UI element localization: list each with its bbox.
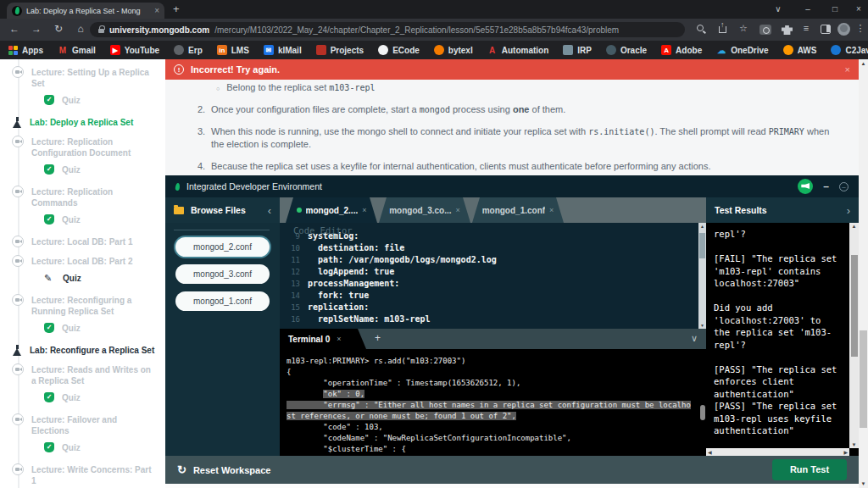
editor-scrollbar[interactable]: ▲ ▼	[698, 223, 706, 329]
tests-horizontal-scrollbar[interactable]: ◀ ▶	[706, 448, 849, 456]
scroll-up-icon[interactable]: ▲	[849, 224, 859, 229]
sidebar-item-lecture[interactable]: Lecture: Local DB: Part 2	[0, 256, 165, 267]
scroll-up-icon[interactable]: ▲	[859, 61, 868, 66]
editor-tab-label: mongod_3.co...	[389, 206, 451, 215]
page-scrollbar[interactable]: ▲ ▼	[859, 59, 868, 488]
sidebar-item-label: Lab: Reconfigure a Replica Set	[30, 345, 155, 356]
search-icon[interactable]	[697, 25, 704, 31]
ide-expand-icon[interactable]: –	[839, 182, 849, 191]
home-icon[interactable]: ⌂	[73, 23, 88, 35]
reset-workspace-button[interactable]: ↻ Reset Workspace	[177, 463, 270, 476]
window-maximize-icon[interactable]: □	[824, 2, 846, 17]
bookmark-erp[interactable]: Erp	[174, 45, 203, 55]
bookmark-oracle[interactable]: Oracle	[606, 45, 647, 55]
back-icon[interactable]: ←	[7, 23, 22, 35]
sidebar-item-quiz[interactable]: ✓Quiz	[0, 392, 165, 403]
scroll-up-icon[interactable]: ▲	[698, 224, 706, 229]
editor-tab-close-icon[interactable]: ×	[456, 206, 460, 214]
side-panel-icon[interactable]	[821, 25, 831, 34]
scroll-down-icon[interactable]: ▼	[698, 323, 706, 328]
sidebar-item-lab[interactable]: Lab: Deploy a Replica Set	[0, 117, 165, 128]
sidebar-item-lecture[interactable]: Lecture: Reads and Writes on a Replica S…	[0, 364, 165, 386]
kebab-menu-icon[interactable]: ⋮	[853, 23, 868, 34]
sidebar-item-quiz[interactable]: ✓Quiz	[0, 323, 165, 334]
camera-extension-icon[interactable]	[760, 25, 771, 35]
terminal-tab[interactable]: Terminal 0 ×	[280, 329, 366, 349]
bookmark-youtube[interactable]: ▶YouTube	[110, 45, 159, 55]
sidebar-item-quiz[interactable]: ✓Quiz	[0, 214, 165, 225]
sidebar-item-lab[interactable]: Lab: Reconfigure a Replica Set	[0, 345, 165, 356]
file-pill[interactable]: mongod_2.conf	[175, 237, 270, 257]
forward-icon[interactable]: →	[29, 23, 44, 35]
bookmark-klmail[interactable]: ✉klMail	[264, 45, 302, 55]
terminal-tab-close-icon[interactable]: ×	[337, 335, 341, 343]
window-minimize-icon[interactable]: –	[797, 2, 819, 17]
bookmark-gmail[interactable]: MGmail	[58, 45, 96, 55]
tests-scroll-thumb[interactable]	[851, 255, 858, 357]
profile-avatar[interactable]	[837, 23, 850, 36]
share-icon[interactable]	[719, 26, 726, 33]
feedback-megaphone-icon[interactable]	[798, 179, 813, 194]
sidebar-item-quiz[interactable]: ✓Quiz	[0, 164, 165, 175]
sidebar-item-lecture[interactable]: Lecture: Failover and Elections	[0, 414, 165, 436]
expand-tests-icon[interactable]: ›	[847, 204, 850, 217]
bookmark-irp[interactable]: IRP	[563, 45, 592, 55]
bookmark-c2java[interactable]: C2Java	[831, 45, 868, 55]
automation-favicon: A	[487, 45, 498, 55]
reading-list-icon[interactable]: ≡	[798, 23, 814, 33]
sidebar-item-quiz[interactable]: ✓Quiz	[0, 95, 165, 106]
file-pill[interactable]: mongod_1.conf	[175, 291, 270, 311]
editor-tab[interactable]: mongod_2....×	[286, 197, 377, 223]
code-editor[interactable]: 9systemLog:10 destination: file11 path: …	[280, 223, 706, 329]
browse-files-header[interactable]: Browse Files ‹	[165, 197, 280, 223]
bookmark-projects[interactable]: Projects	[316, 45, 364, 55]
bookmark-aws[interactable]: AWS	[783, 45, 817, 55]
bookmark-automation[interactable]: AAutomation	[487, 45, 549, 55]
video-icon	[12, 255, 24, 267]
ide-minimize-icon[interactable]: –	[823, 180, 829, 192]
bookmark-adobe[interactable]: AAdobe	[661, 45, 702, 55]
sidebar-item-lecture[interactable]: Lecture: Write Concerns: Part 1	[0, 464, 165, 486]
scroll-left-icon[interactable]: ◀	[708, 449, 712, 455]
editor-tab-close-icon[interactable]: ×	[362, 206, 366, 214]
alert-close-icon[interactable]: ×	[845, 64, 850, 75]
tab-close-icon[interactable]: ×	[154, 6, 159, 15]
bookmark-apps[interactable]: Apps	[8, 46, 43, 55]
reload-icon[interactable]: ↻	[51, 23, 66, 35]
tests-vertical-scrollbar[interactable]: ▲ ▼	[849, 223, 859, 448]
terminal-output[interactable]: m103-repl:PRIMARY> rs.add("m103:27003"){…	[287, 356, 699, 455]
scroll-down-icon[interactable]: ▼	[859, 481, 868, 486]
bookmark-ecode[interactable]: ECode	[378, 45, 420, 55]
page-scroll-thumb[interactable]	[860, 330, 867, 428]
editor-tab-close-icon[interactable]: ×	[549, 206, 554, 214]
sidebar-item-lecture[interactable]: Lecture: Setting Up a Replica Set	[0, 67, 165, 89]
sidebar-item-lecture[interactable]: Lecture: Local DB: Part 1	[0, 236, 165, 247]
sidebar-item-quiz[interactable]: ✎Quiz	[0, 273, 165, 284]
new-tab-button[interactable]: +	[173, 3, 180, 15]
address-bar[interactable]: university.mongodb.com /mercury/M103/202…	[90, 22, 685, 37]
bookmark-bytexl[interactable]: bytexl	[434, 45, 473, 55]
sidebar-item-lecture[interactable]: Lecture: Replication Commands	[0, 186, 165, 208]
scroll-down-icon[interactable]: ▼	[849, 442, 859, 447]
editor-tab[interactable]: mongod_1.conf×	[472, 197, 564, 223]
scroll-right-icon[interactable]: ▶	[843, 449, 848, 455]
run-test-button[interactable]: Run Test	[772, 459, 847, 480]
editor-tab[interactable]: mongod_3.co...×	[379, 197, 470, 223]
bookmark-star-icon[interactable]: ☆	[736, 23, 751, 34]
browser-tab[interactable]: Lab: Deploy a Replica Set - Mong ×	[7, 3, 164, 19]
window-menu-icon[interactable]: ∨	[767, 2, 789, 17]
terminal-collapse-icon[interactable]: ∨	[691, 333, 698, 344]
terminal[interactable]: Terminal 0 × + ∨ m103-repl:PRIMARY> rs.a…	[280, 329, 706, 456]
window-close-icon[interactable]: ×	[848, 2, 868, 17]
collapse-files-icon[interactable]: ‹	[268, 204, 271, 217]
bookmark-lms[interactable]: inLMS	[217, 45, 249, 55]
editor-scroll-thumb[interactable]	[699, 233, 705, 258]
sidebar-item-lecture[interactable]: Lecture: Reconfiguring a Running Replica…	[0, 295, 165, 317]
bookmark-onedrive[interactable]: ☁OneDrive	[716, 45, 768, 55]
test-results-header[interactable]: Test Results ›	[706, 197, 859, 223]
file-pill[interactable]: mongod_3.conf	[175, 264, 270, 284]
sidebar-item-lecture[interactable]: Lecture: Replication Configuration Docum…	[0, 136, 165, 158]
new-terminal-icon[interactable]: +	[375, 332, 381, 344]
sidebar-item-quiz[interactable]: ✓Quiz	[0, 442, 165, 453]
terminal-scroll-thumb[interactable]	[700, 405, 705, 420]
